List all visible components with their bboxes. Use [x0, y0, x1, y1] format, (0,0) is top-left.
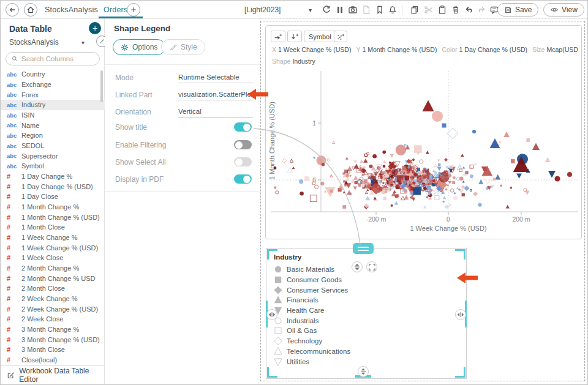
legend-item[interactable]: Oil & Gas — [274, 326, 350, 336]
legend-item[interactable]: Technology — [274, 336, 350, 346]
column-item[interactable]: #1 Day Change % (USD) — [1, 181, 105, 192]
search-columns-input[interactable] — [21, 55, 89, 62]
scatter-plot-area[interactable]: 1 0 -200 m 0 200 m 1 Week Change % (USD)… — [266, 66, 582, 239]
diamond-shape-icon — [274, 337, 282, 345]
column-item[interactable]: abcIndustry — [1, 100, 105, 110]
column-item[interactable]: #2 Week Change % — [1, 294, 105, 304]
drag-handle[interactable] — [353, 243, 374, 254]
toggle-switch[interactable] — [234, 140, 252, 149]
workbook-dropdown[interactable]: ▾ — [309, 1, 312, 19]
refresh-icon[interactable] — [322, 5, 331, 15]
save-button[interactable]: Save — [497, 3, 538, 17]
workbook-data-table-editor-button[interactable]: Workbook Data Table Editor — [1, 365, 105, 384]
resize-left-button[interactable] — [266, 309, 277, 320]
resize-right-button[interactable] — [455, 309, 466, 320]
add-symbol-button[interactable] — [334, 31, 347, 42]
column-item[interactable]: #1 Week Change % — [1, 233, 105, 243]
column-item[interactable]: abcISIN — [1, 110, 105, 121]
toggle-switch[interactable] — [234, 122, 252, 132]
paste-icon[interactable] — [437, 5, 447, 15]
column-item[interactable]: #2 Week Change % (USD) — [1, 304, 105, 314]
symbol-chip[interactable]: Symbol — [304, 31, 336, 42]
scatter-points[interactable] — [274, 100, 572, 209]
copy-icon[interactable] — [410, 5, 420, 15]
column-item[interactable]: abcSymbol — [1, 161, 105, 171]
binding-value[interactable]: 1 Day Change % (USD) — [459, 46, 527, 53]
home-button[interactable] — [24, 3, 37, 17]
column-item[interactable]: abcForex — [1, 89, 105, 100]
column-label: ISIN — [21, 111, 34, 119]
snapshot-icon[interactable] — [348, 5, 358, 15]
workbook-theme-label[interactable]: [Light2023] — [244, 1, 281, 19]
vertical-fit-button[interactable] — [352, 261, 363, 272]
add-tab-button[interactable] — [127, 3, 140, 17]
legend-item[interactable]: Telecommunications — [274, 346, 350, 357]
column-item[interactable]: #1 Month Change % — [1, 202, 105, 212]
add-y-axis-button[interactable] — [287, 31, 302, 42]
column-item[interactable]: #2 Month Close — [1, 283, 105, 294]
numeric-type-icon: # — [7, 346, 21, 353]
property-value[interactable]: Vertical — [178, 108, 253, 118]
column-item[interactable]: #2 Month Change % USD — [1, 273, 105, 283]
binding-value[interactable]: 1 Week Change % (USD) — [278, 46, 351, 53]
column-item[interactable]: #1 Week Change % (USD) — [1, 242, 105, 253]
scatter-plot-panel[interactable]: Symbol X1 Week Change % (USD)Y1 Month Ch… — [265, 25, 582, 239]
column-item[interactable]: #2 Week Close — [1, 314, 105, 324]
export-pdf-icon[interactable] — [361, 5, 371, 15]
tab-style[interactable]: Style — [161, 39, 205, 55]
add-data-table-button[interactable]: + — [89, 22, 101, 34]
notifications-icon[interactable] — [388, 5, 398, 15]
column-item[interactable]: abcRegion — [1, 130, 105, 141]
column-label: Name — [21, 122, 39, 129]
legend-item[interactable]: Health Care — [274, 305, 350, 316]
numeric-type-icon: # — [7, 356, 21, 364]
binding-value[interactable]: Industry — [292, 58, 315, 65]
column-item[interactable]: abcExchange — [1, 80, 105, 90]
column-item[interactable]: #1 Month Change % (USD) — [1, 212, 105, 222]
back-button[interactable] — [6, 3, 19, 17]
binding-value[interactable]: 1 Month Change % (USD) — [362, 46, 437, 53]
column-item[interactable]: abcSupersector — [1, 151, 105, 161]
column-item[interactable]: abcCountry — [1, 69, 105, 80]
property-value[interactable]: visualization.ScatterPlot1 — [178, 91, 253, 100]
undo-icon[interactable] — [464, 5, 474, 15]
column-item[interactable]: abcSEDOL — [1, 141, 105, 151]
binding-value[interactable]: Mcap(USD) — [546, 46, 578, 53]
pause-icon[interactable] — [335, 5, 345, 15]
column-item[interactable]: abcName — [1, 120, 105, 130]
legend-item[interactable]: Consumer Goods — [274, 275, 350, 285]
column-item[interactable]: #Close(local) — [1, 355, 105, 365]
legend-item[interactable]: Basic Materials — [274, 264, 350, 275]
column-item[interactable]: #3 Month Change % (USD) — [1, 334, 105, 345]
delete-icon[interactable] — [451, 5, 461, 15]
bookmark-icon[interactable] — [375, 5, 385, 15]
legend-item[interactable]: Industrials — [274, 315, 350, 326]
property-value[interactable]: Runtime Selectable — [178, 73, 253, 83]
resize-bottom-button[interactable] — [358, 366, 369, 377]
toggle-switch[interactable] — [234, 174, 252, 184]
legend-item[interactable]: Utilities — [274, 356, 350, 367]
axis-bindings-row-1[interactable]: X1 Week Change % (USD)Y1 Month Change % … — [272, 46, 578, 55]
column-item[interactable]: #2 Month Change % — [1, 263, 105, 274]
text-type-icon: abc — [7, 152, 21, 159]
search-columns-box[interactable] — [6, 52, 100, 65]
column-item[interactable]: #1 Month Close — [1, 222, 105, 233]
datasource-selector[interactable]: StocksAnalysis ▾ — [9, 36, 101, 48]
maximize-button[interactable] — [366, 261, 377, 272]
shape-legend-part[interactable]: Industry Basic MaterialsConsumer GoodsCo… — [266, 248, 467, 379]
tab-options[interactable]: Options — [113, 39, 165, 55]
add-x-axis-button[interactable] — [271, 31, 285, 42]
column-item[interactable]: #1 Week Close — [1, 253, 105, 263]
redo-icon[interactable] — [477, 5, 486, 15]
legend-item[interactable]: Consumer Services — [274, 285, 350, 295]
legend-item[interactable]: Financials — [274, 295, 350, 305]
column-item[interactable]: #1 Day Close — [1, 192, 105, 202]
column-item[interactable]: #3 Month Change % — [1, 324, 105, 335]
column-item[interactable]: #1 Day Change % — [1, 171, 105, 182]
axis-bindings-row-2[interactable]: ShapeIndustry — [272, 58, 578, 67]
column-list-scrollbar[interactable] — [100, 70, 103, 102]
tab-stocksanalysis[interactable]: StocksAnalysis — [45, 1, 98, 19]
column-item[interactable]: #3 Month Close — [1, 345, 105, 355]
cut-icon[interactable] — [424, 5, 434, 15]
view-button[interactable]: View — [543, 3, 584, 17]
